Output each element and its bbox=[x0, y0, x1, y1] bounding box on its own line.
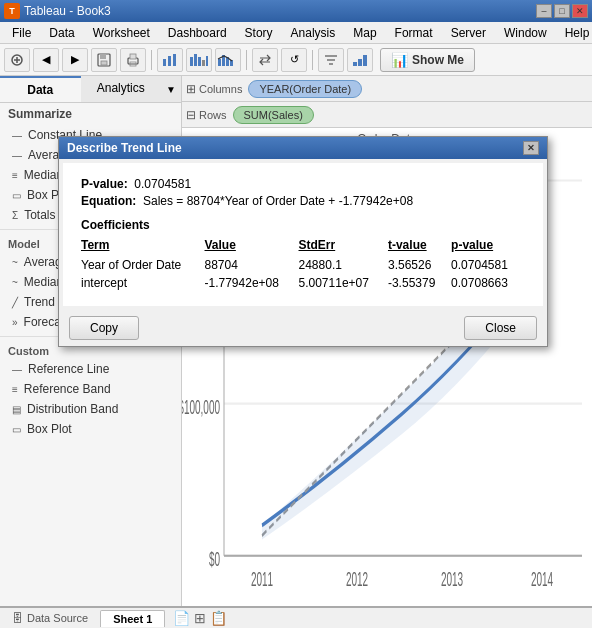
svg-rect-15 bbox=[202, 60, 205, 66]
svg-rect-26 bbox=[363, 55, 367, 66]
cell-term-1: intercept bbox=[81, 274, 205, 292]
title-bar: T Tableau - Book3 – □ ✕ bbox=[0, 0, 592, 22]
app-title: Tableau - Book3 bbox=[24, 4, 111, 18]
col-value: Value bbox=[205, 236, 299, 256]
main-content: Data Analytics ▼ Summarize — Constant Li… bbox=[0, 76, 592, 628]
menu-dashboard[interactable]: Dashboard bbox=[160, 24, 235, 42]
svg-rect-9 bbox=[163, 59, 166, 66]
close-button[interactable]: Close bbox=[464, 316, 537, 340]
show-me-button[interactable]: 📊 Show Me bbox=[380, 48, 475, 72]
cell-value-0: 88704 bbox=[205, 256, 299, 274]
table-row: Year of Order Date 88704 24880.1 3.56526… bbox=[81, 256, 525, 274]
svg-rect-11 bbox=[173, 54, 176, 66]
col-stderr: StdErr bbox=[299, 236, 388, 256]
dialog-title-bar: Describe Trend Line ✕ bbox=[59, 137, 547, 159]
trend-line-dialog: Describe Trend Line ✕ P-value: 0.0704581… bbox=[58, 136, 548, 347]
menu-data[interactable]: Data bbox=[41, 24, 82, 42]
toolbar-refresh-btn[interactable]: ↺ bbox=[281, 48, 307, 72]
svg-rect-24 bbox=[353, 62, 357, 66]
svg-rect-25 bbox=[358, 59, 362, 66]
pvalue-label: P-value: bbox=[81, 177, 128, 191]
show-me-label: Show Me bbox=[412, 53, 464, 67]
menu-story[interactable]: Story bbox=[237, 24, 281, 42]
toolbar-new-btn[interactable] bbox=[4, 48, 30, 72]
minimize-button[interactable]: – bbox=[536, 4, 552, 18]
svg-rect-7 bbox=[130, 54, 136, 59]
pvalue-value: 0.0704581 bbox=[134, 177, 191, 191]
menu-help[interactable]: Help bbox=[557, 24, 592, 42]
toolbar: ◀ ▶ ↺ 📊 Show Me bbox=[0, 44, 592, 76]
toolbar-forward-btn[interactable]: ▶ bbox=[62, 48, 88, 72]
menu-file[interactable]: File bbox=[4, 24, 39, 42]
svg-rect-16 bbox=[206, 56, 208, 66]
toolbar-sep-2 bbox=[246, 50, 247, 70]
maximize-button[interactable]: □ bbox=[554, 4, 570, 18]
menu-window[interactable]: Window bbox=[496, 24, 555, 42]
equation-value: Sales = 88704*Year of Order Date + -1.77… bbox=[143, 194, 413, 208]
cell-tvalue-1: -3.55379 bbox=[388, 274, 451, 292]
close-button[interactable]: ✕ bbox=[572, 4, 588, 18]
cell-stderr-1: 5.00711e+07 bbox=[299, 274, 388, 292]
title-bar-left: T Tableau - Book3 bbox=[4, 3, 111, 19]
title-bar-buttons: – □ ✕ bbox=[536, 4, 588, 18]
cell-tvalue-0: 3.56526 bbox=[388, 256, 451, 274]
menu-map[interactable]: Map bbox=[345, 24, 384, 42]
menu-bar: File Data Worksheet Dashboard Story Anal… bbox=[0, 22, 592, 44]
show-me-icon: 📊 bbox=[391, 52, 408, 68]
svg-rect-12 bbox=[190, 57, 193, 66]
menu-analysis[interactable]: Analysis bbox=[283, 24, 344, 42]
app-icon: T bbox=[4, 3, 20, 19]
toolbar-print-btn[interactable] bbox=[120, 48, 146, 72]
col-term: Term bbox=[81, 236, 205, 256]
dialog-close-x-btn[interactable]: ✕ bbox=[523, 141, 539, 155]
cell-pvalue-1: 0.0708663 bbox=[451, 274, 525, 292]
toolbar-chart1-btn[interactable] bbox=[157, 48, 183, 72]
dialog-footer: Copy Close bbox=[59, 310, 547, 346]
col-pvalue: p-value bbox=[451, 236, 525, 256]
table-header-row: Term Value StdErr t-value p-value bbox=[81, 236, 525, 256]
dialog-content: P-value: 0.0704581 Equation: Sales = 887… bbox=[63, 163, 543, 306]
dialog-title: Describe Trend Line bbox=[67, 141, 182, 155]
menu-worksheet[interactable]: Worksheet bbox=[85, 24, 158, 42]
svg-rect-5 bbox=[101, 61, 107, 65]
col-tvalue: t-value bbox=[388, 236, 451, 256]
toolbar-save-btn[interactable] bbox=[91, 48, 117, 72]
svg-rect-14 bbox=[198, 57, 201, 66]
coefficients-title: Coefficients bbox=[81, 218, 525, 232]
cell-term-0: Year of Order Date bbox=[81, 256, 205, 274]
cell-stderr-0: 24880.1 bbox=[299, 256, 388, 274]
equation-label: Equation: bbox=[81, 194, 136, 208]
svg-rect-4 bbox=[100, 54, 106, 59]
menu-server[interactable]: Server bbox=[443, 24, 494, 42]
menu-format[interactable]: Format bbox=[387, 24, 441, 42]
coefficients-table: Term Value StdErr t-value p-value Year o… bbox=[81, 236, 525, 292]
copy-button[interactable]: Copy bbox=[69, 316, 139, 340]
toolbar-chart3-btn[interactable] bbox=[215, 48, 241, 72]
toolbar-sort-btn[interactable] bbox=[347, 48, 373, 72]
table-row: intercept -1.77942e+08 5.00711e+07 -3.55… bbox=[81, 274, 525, 292]
cell-value-1: -1.77942e+08 bbox=[205, 274, 299, 292]
dialog-overlay: Describe Trend Line ✕ P-value: 0.0704581… bbox=[0, 76, 592, 628]
pvalue-row: P-value: 0.0704581 bbox=[81, 177, 525, 191]
svg-rect-13 bbox=[194, 54, 197, 66]
svg-rect-10 bbox=[168, 56, 171, 66]
cell-pvalue-0: 0.0704581 bbox=[451, 256, 525, 274]
toolbar-swap-btn[interactable] bbox=[252, 48, 278, 72]
toolbar-back-btn[interactable]: ◀ bbox=[33, 48, 59, 72]
equation-row: Equation: Sales = 88704*Year of Order Da… bbox=[81, 194, 525, 208]
toolbar-sep-1 bbox=[151, 50, 152, 70]
toolbar-sep-3 bbox=[312, 50, 313, 70]
toolbar-chart2-btn[interactable] bbox=[186, 48, 212, 72]
svg-rect-17 bbox=[218, 59, 221, 66]
toolbar-filter-btn[interactable] bbox=[318, 48, 344, 72]
